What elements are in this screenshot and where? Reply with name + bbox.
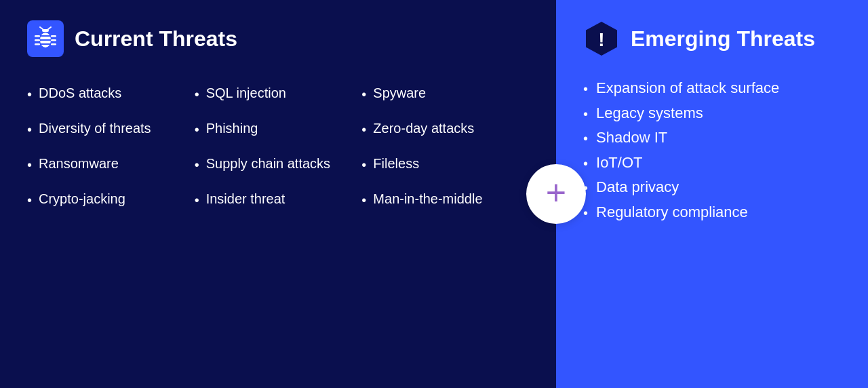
list-item: • Supply chain attacks xyxy=(195,147,362,182)
list-item: • Zero-day attacks xyxy=(361,111,529,147)
threat-label: Phishing xyxy=(206,119,258,137)
bullet: • xyxy=(583,130,588,147)
plus-icon: + xyxy=(546,175,566,210)
list-item: • Legacy systems xyxy=(583,104,841,123)
threat-label: Ransomware xyxy=(39,155,119,172)
list-item: • SQL injection xyxy=(195,76,362,111)
list-item: • Expansion of attack surface xyxy=(583,79,841,98)
bullet: • xyxy=(27,156,32,174)
threat-label: Shadow IT xyxy=(596,128,667,148)
left-header: Current Threats xyxy=(27,20,529,57)
bug-icon xyxy=(27,20,64,57)
list-item: • Insider threat xyxy=(195,182,362,217)
list-item: • Fileless xyxy=(361,147,529,182)
bullet: • xyxy=(361,191,366,209)
bullet: • xyxy=(583,204,588,222)
left-panel: Current Threats • DDoS attacks • Diversi… xyxy=(0,0,556,388)
svg-rect-3 xyxy=(40,39,51,41)
list-item: • Man-in-the-middle xyxy=(361,182,529,217)
svg-rect-5 xyxy=(35,35,40,37)
bullet: • xyxy=(361,121,366,138)
threat-label: SQL injection xyxy=(206,84,286,102)
list-item: • Ransomware xyxy=(27,147,195,182)
svg-line-11 xyxy=(40,27,43,29)
svg-rect-10 xyxy=(51,43,56,45)
threat-label: Diversity of threats xyxy=(39,119,151,137)
svg-line-12 xyxy=(48,27,51,29)
bullet: • xyxy=(361,156,366,174)
threats-col2: • SQL injection • Phishing • Supply chai… xyxy=(195,76,362,368)
list-item: • Crypto-jacking xyxy=(27,182,195,217)
bullet: • xyxy=(195,85,199,103)
threat-label: Data privacy xyxy=(596,178,679,197)
bullet: • xyxy=(195,156,199,174)
threat-label: Crypto-jacking xyxy=(39,190,125,208)
right-panel-title: Emerging Threats xyxy=(631,26,815,52)
threat-label: Legacy systems xyxy=(596,104,703,123)
threat-label: Zero-day attacks xyxy=(373,119,474,137)
svg-rect-7 xyxy=(35,43,40,45)
plus-divider: + xyxy=(526,164,586,224)
list-item: • DDoS attacks xyxy=(27,76,195,111)
list-item: • Data privacy xyxy=(583,178,841,197)
bullet: • xyxy=(583,80,588,98)
right-panel: ! Emerging Threats • Expansion of attack… xyxy=(556,0,868,388)
threats-col3: • Spyware • Zero-day attacks • Fileless … xyxy=(361,76,529,368)
threat-label: IoT/OT xyxy=(596,153,642,173)
svg-rect-6 xyxy=(35,39,40,41)
list-item: • IoT/OT xyxy=(583,153,841,173)
svg-rect-4 xyxy=(40,43,51,45)
threat-label: Supply chain attacks xyxy=(206,155,330,172)
bullet: • xyxy=(27,85,32,103)
threat-label: DDoS attacks xyxy=(39,84,121,102)
svg-rect-9 xyxy=(51,39,56,41)
svg-text:!: ! xyxy=(598,29,604,50)
bullet: • xyxy=(195,121,199,138)
warning-icon: ! xyxy=(583,20,620,57)
bullet: • xyxy=(27,121,32,138)
svg-rect-8 xyxy=(51,35,56,37)
threat-label: Spyware xyxy=(373,84,426,102)
list-item: • Shadow IT xyxy=(583,128,841,148)
bullet: • xyxy=(583,155,588,172)
bullet: • xyxy=(361,85,366,103)
list-item: • Spyware xyxy=(361,76,529,111)
list-item: • Regulatory compliance xyxy=(583,203,841,222)
bullet: • xyxy=(583,105,588,123)
emerging-threats-list: • Expansion of attack surface • Legacy s… xyxy=(583,79,841,222)
threat-label: Expansion of attack surface xyxy=(596,79,779,98)
threat-label: Fileless xyxy=(373,155,419,172)
threat-label: Regulatory compliance xyxy=(596,203,748,222)
list-item: • Phishing xyxy=(195,111,362,147)
bullet: • xyxy=(27,191,32,209)
left-panel-title: Current Threats xyxy=(75,26,237,52)
threats-grid: • DDoS attacks • Diversity of threats • … xyxy=(27,76,529,368)
threats-col1: • DDoS attacks • Diversity of threats • … xyxy=(27,76,195,368)
svg-rect-2 xyxy=(40,35,51,37)
list-item: • Diversity of threats xyxy=(27,111,195,147)
bullet: • xyxy=(195,191,199,209)
right-header: ! Emerging Threats xyxy=(583,20,841,57)
threat-label: Insider threat xyxy=(206,190,285,208)
threat-label: Man-in-the-middle xyxy=(373,190,482,208)
